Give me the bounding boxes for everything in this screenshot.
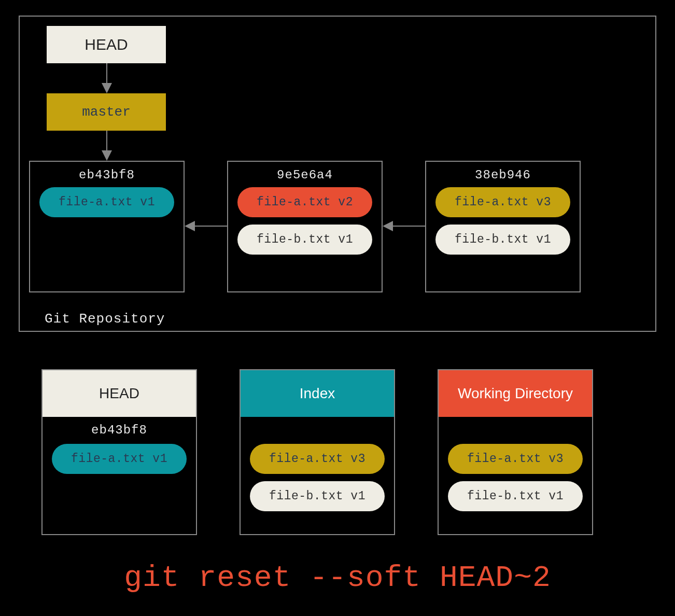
- panel-commit-hash: eb43bf8: [43, 423, 196, 439]
- file-pill: file-a.txt v1: [39, 187, 174, 217]
- file-pill: file-b.txt v1: [250, 481, 385, 511]
- panel-working-directory: Working Directory file-a.txt v3 file-b.t…: [438, 369, 593, 535]
- commit-hash: 9e5e6a4: [228, 168, 382, 182]
- commit-eb43bf8: eb43bf8 file-a.txt v1: [29, 161, 185, 292]
- commit-hash: eb43bf8: [30, 168, 184, 182]
- arrow-head-to-master: [104, 63, 110, 93]
- branch-box-master: master: [47, 93, 166, 131]
- file-pill: file-b.txt v1: [448, 481, 583, 511]
- file-pill: file-a.txt v2: [237, 187, 372, 217]
- file-pill: file-a.txt v1: [52, 444, 187, 474]
- panel-commit-hash: [439, 423, 592, 439]
- file-pill: file-a.txt v3: [250, 444, 385, 474]
- file-pill: file-b.txt v1: [237, 225, 372, 255]
- panel-header-index: Index: [241, 370, 394, 417]
- head-ref-box: HEAD: [47, 26, 166, 63]
- arrow-master-to-commit1: [104, 131, 110, 161]
- panel-commit-hash: [241, 423, 394, 439]
- commit-hash: 38eb946: [426, 168, 580, 182]
- file-pill: file-b.txt v1: [435, 225, 570, 255]
- panel-head: HEAD eb43bf8 file-a.txt v1: [41, 369, 197, 535]
- head-ref-label: HEAD: [85, 36, 128, 53]
- commit-38eb946: 38eb946 file-a.txt v3 file-b.txt v1: [425, 161, 581, 292]
- panel-index: Index file-a.txt v3 file-b.txt v1: [240, 369, 395, 535]
- arrow-commit3-to-commit2: [383, 223, 425, 229]
- git-command: git reset --soft HEAD~2: [0, 561, 675, 595]
- commit-9e5e6a4: 9e5e6a4 file-a.txt v2 file-b.txt v1: [227, 161, 383, 292]
- git-repository-label: Git Repository: [45, 311, 165, 327]
- panel-header-working-directory: Working Directory: [439, 370, 592, 417]
- file-pill: file-a.txt v3: [435, 187, 570, 217]
- arrow-commit2-to-commit1: [185, 223, 227, 229]
- panel-header-head: HEAD: [43, 370, 196, 417]
- branch-label: master: [82, 104, 131, 120]
- file-pill: file-a.txt v3: [448, 444, 583, 474]
